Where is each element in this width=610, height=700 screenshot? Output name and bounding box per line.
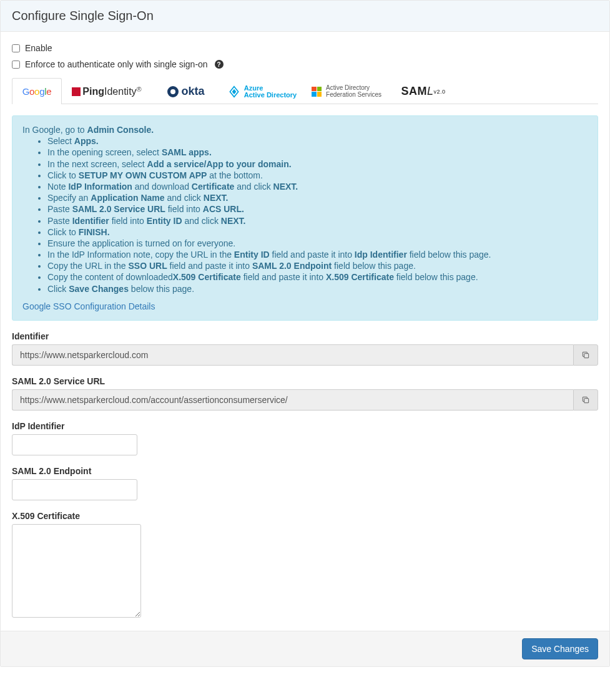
okta-logo-icon: okta	[167, 85, 204, 98]
copy-identifier-button[interactable]	[573, 344, 598, 366]
instruction-item: Paste Identifier field into Entity ID an…	[47, 215, 588, 226]
panel-footer: Save Changes	[1, 631, 609, 666]
enforce-label: Enforce to authenticate only with single…	[25, 59, 208, 69]
instruction-item: In the IdP Information note, copy the UR…	[47, 249, 588, 260]
identifier-input[interactable]	[12, 344, 573, 366]
cert-group: X.509 Certificate	[12, 511, 598, 620]
endpoint-input[interactable]	[12, 479, 137, 500]
enable-row: Enable	[12, 43, 598, 53]
ping-logo-icon: PingIdentity®	[72, 86, 141, 97]
copy-service-url-button[interactable]	[573, 389, 598, 411]
sso-panel: Configure Single Sign-On Enable Enforce …	[0, 0, 610, 667]
instruction-item: Copy the URL in the SSO URL field and pa…	[47, 260, 588, 271]
idp-identifier-group: IdP Identifier	[12, 421, 598, 455]
adfs-logo-icon: Active DirectoryFederation Services	[312, 85, 381, 98]
tab-adfs[interactable]: Active DirectoryFederation Services	[304, 78, 389, 104]
svg-rect-0	[584, 354, 589, 358]
instruction-item: Select Apps.	[47, 135, 588, 147]
enable-label: Enable	[25, 43, 52, 53]
enforce-checkbox[interactable]	[12, 61, 20, 69]
instruction-item: Copy the content of downloadedX.509 Cert…	[47, 271, 588, 283]
identifier-label: Identifier	[12, 331, 598, 341]
instruction-item: Ensure the application is turned on for …	[47, 238, 588, 249]
service-url-input[interactable]	[12, 389, 573, 411]
azure-logo-icon: AzureActive Directory	[228, 85, 297, 99]
google-logo-icon: Google	[22, 86, 52, 97]
tab-okta[interactable]: okta	[152, 78, 220, 104]
cert-textarea[interactable]	[12, 524, 141, 618]
instruction-item: Paste SAML 2.0 Service URL field into AC…	[47, 203, 588, 215]
instruction-item: Specify an Application Name and click NE…	[47, 192, 588, 203]
tab-saml[interactable]: SAMLv2.0	[389, 78, 458, 104]
instruction-item: Note IdP Information and download Certif…	[47, 181, 588, 192]
panel-body: Enable Enforce to authenticate only with…	[1, 32, 609, 631]
endpoint-group: SAML 2.0 Endpoint	[12, 466, 598, 500]
idp-identifier-label: IdP Identifier	[12, 421, 598, 431]
instruction-item: Click to SETUP MY OWN CUSTOM APP at the …	[47, 170, 588, 181]
instruction-item: Click Save Changes below this page.	[47, 283, 588, 294]
instructions-box: In Google, go to Admin Console. Select A…	[12, 115, 598, 321]
service-url-group: SAML 2.0 Service URL	[12, 376, 598, 411]
saml-logo-icon: SAMLv2.0	[401, 85, 445, 98]
svg-rect-1	[584, 399, 589, 403]
copy-icon	[581, 396, 590, 404]
panel-title: Configure Single Sign-On	[1, 1, 609, 32]
instruction-item: In the next screen, select Add a service…	[47, 158, 588, 170]
enable-checkbox[interactable]	[12, 44, 20, 52]
instructions-list: Select Apps.In the opening screen, selec…	[22, 135, 588, 294]
help-icon[interactable]: ?	[215, 60, 224, 69]
config-details-link[interactable]: Google SSO Configuration Details	[22, 301, 155, 311]
instruction-item: In the opening screen, select SAML apps.	[47, 147, 588, 158]
instructions-intro: In Google, go to Admin Console.	[22, 124, 588, 135]
cert-label: X.509 Certificate	[12, 511, 598, 521]
identifier-group: Identifier	[12, 331, 598, 366]
tab-google[interactable]: Google	[12, 78, 62, 104]
copy-icon	[581, 351, 590, 359]
endpoint-label: SAML 2.0 Endpoint	[12, 466, 598, 476]
provider-tabs: Google PingIdentity® okta AzureActive Di…	[12, 78, 598, 104]
tab-azure-ad[interactable]: AzureActive Directory	[220, 78, 304, 104]
enforce-row: Enforce to authenticate only with single…	[12, 59, 598, 69]
idp-identifier-input[interactable]	[12, 434, 137, 455]
tab-pingidentity[interactable]: PingIdentity®	[62, 78, 152, 104]
instruction-item: Click to FINISH.	[47, 226, 588, 238]
service-url-label: SAML 2.0 Service URL	[12, 376, 598, 386]
save-button[interactable]: Save Changes	[522, 638, 598, 659]
